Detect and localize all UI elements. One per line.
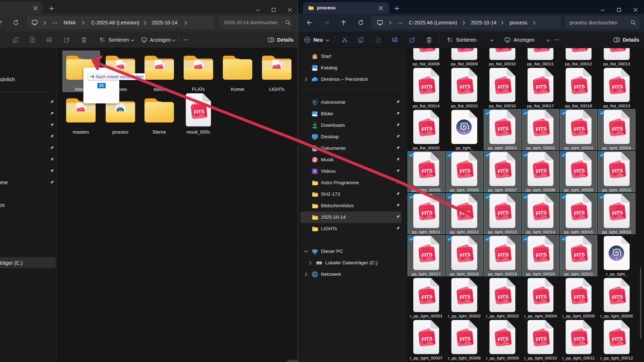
svg-text:A: A: [393, 38, 395, 42]
svg-text:A: A: [47, 38, 49, 42]
